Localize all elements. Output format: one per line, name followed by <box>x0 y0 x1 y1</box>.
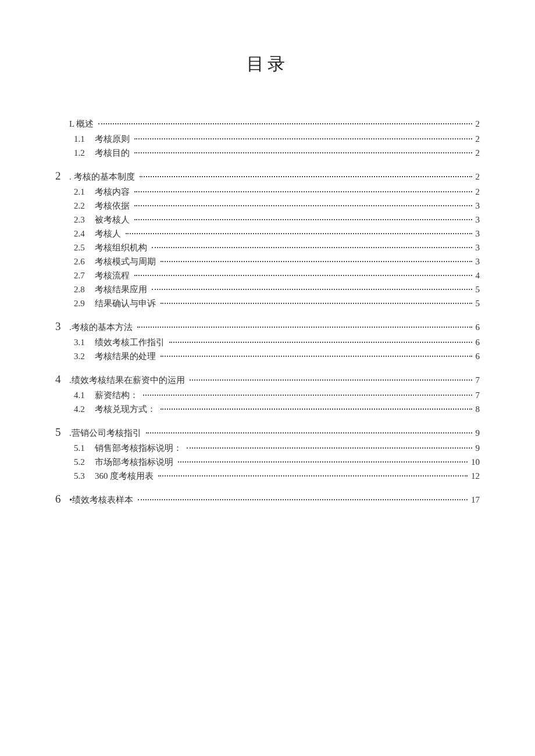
toc-entry-row: 4.1薪资结构：7 <box>74 388 480 402</box>
toc-entry-label: 结果确认与申诉 <box>95 296 156 310</box>
toc-entry-number: 2.2 <box>74 199 95 213</box>
toc-chapter-row: 3.考核的基本方法6 <box>55 320 480 334</box>
toc-chapter-row: 4.绩效考核结果在薪资中的运用7 <box>55 372 480 387</box>
toc-page-number: 7 <box>475 373 480 387</box>
toc-entry-number: 2.7 <box>74 268 95 282</box>
toc-entry-number: 2.1 <box>74 185 95 199</box>
toc-entry-number: 5.1 <box>74 441 95 455</box>
toc-entry-label: 考核流程 <box>95 268 130 282</box>
toc-leader <box>134 275 472 276</box>
toc-entry-row: 1.1考核原则2 <box>74 132 480 146</box>
toc-entry-row: 1.2考核目的2 <box>74 146 480 160</box>
toc-leader <box>137 327 472 328</box>
toc-leader <box>152 247 472 248</box>
toc-entry-number: 5.2 <box>74 455 95 469</box>
toc-chapter-label: . 考核的基本制度 <box>69 170 135 184</box>
toc-entry-label: 市场部考核指标说明 <box>95 455 173 469</box>
toc-entry-label: 考核人 <box>95 227 121 241</box>
toc-leader <box>187 447 472 449</box>
toc-leader <box>134 219 472 220</box>
toc-page-number: 6 <box>475 349 480 363</box>
toc-entry-number: 2.5 <box>74 241 95 255</box>
toc-entry-row: 2.4考核人3 <box>74 227 480 241</box>
toc-leader <box>158 475 468 476</box>
toc-entry-number: 2.8 <box>74 282 95 296</box>
toc-page-number: 9 <box>475 426 480 440</box>
toc-page-number: 3 <box>475 213 480 227</box>
toc-entry-row: 5.1销售部考核指标说明：9 <box>74 441 480 455</box>
toc-chapter-row: 5.营销公司考核指引9 <box>55 425 480 440</box>
toc-page: 目录 L 概述21.1考核原则21.2考核目的22. 考核的基本制度22.1考核… <box>0 0 535 756</box>
toc-leader <box>190 379 472 381</box>
toc-entry-number: 2.9 <box>74 296 95 310</box>
page-title: 目录 <box>55 52 480 76</box>
toc-entry-number: 4.2 <box>74 402 95 416</box>
toc-page-number: 2 <box>475 132 480 146</box>
toc-entry-label: 考核兑现方式： <box>95 402 156 416</box>
toc-leader <box>160 303 472 304</box>
toc-leader <box>134 205 472 206</box>
toc-page-number: 8 <box>475 402 480 416</box>
toc-page-number: 12 <box>470 469 480 483</box>
toc-entry-row: 4.2考核兑现方式：8 <box>74 402 480 416</box>
toc-page-number: 17 <box>470 493 480 507</box>
toc-entry-label: 被考核人 <box>95 213 130 227</box>
toc-page-number: 4 <box>475 268 480 282</box>
toc-entry-label: 考核结果应用 <box>95 282 147 296</box>
toc-entry-label: 360 度考核用表 <box>95 469 154 483</box>
toc-leader <box>146 432 472 433</box>
toc-entry-row: 2.2考核依据3 <box>74 199 480 213</box>
toc-page-number: 5 <box>475 296 480 310</box>
toc-entry-row: 2.3被考核人3 <box>74 213 480 227</box>
toc-leader <box>134 138 472 139</box>
toc-leader <box>160 409 472 410</box>
toc-entry-label: 考核原则 <box>95 132 130 146</box>
toc-entry-number: 5.3 <box>74 469 95 483</box>
toc-leader <box>138 499 468 500</box>
toc-entry-label: 考核模式与周期 <box>95 255 156 268</box>
toc-entry-number: 4.1 <box>74 388 95 402</box>
toc-page-number: 10 <box>470 455 480 469</box>
toc-entry-row: 2.1考核内容2 <box>74 185 480 199</box>
toc-chapter-number: 5 <box>55 425 69 439</box>
toc-entry-row: 3.1绩效考核工作指引6 <box>74 335 480 349</box>
toc-page-number: 3 <box>475 241 480 255</box>
toc-page-number: 5 <box>475 282 480 296</box>
toc-page-number: 6 <box>475 335 480 349</box>
toc-entry-label: 销售部考核指标说明： <box>95 441 182 455</box>
toc-entry-number: 2.6 <box>74 255 95 268</box>
toc-leader <box>140 176 472 177</box>
toc-chapter-number: 6 <box>55 492 69 506</box>
toc-page-number: 2 <box>475 117 480 131</box>
toc-entry-label: 考核目的 <box>95 146 130 160</box>
toc-entry-row: 2.8考核结果应用5 <box>74 282 480 296</box>
toc-page-number: 2 <box>475 170 480 184</box>
toc-page-number: 2 <box>475 185 480 199</box>
toc-chapter-label: L 概述 <box>69 117 94 131</box>
toc-chapter-label: .绩效考核结果在薪资中的运用 <box>69 373 185 387</box>
toc-entry-row: 2.9结果确认与申诉5 <box>74 296 480 310</box>
toc-entry-row: 2.6考核模式与周期3 <box>74 255 480 268</box>
toc-entry-number: 1.2 <box>74 146 95 160</box>
toc-chapter-label: .营销公司考核指引 <box>69 426 141 440</box>
toc-chapter-number: 2 <box>55 169 69 183</box>
toc-entry-label: 考核内容 <box>95 185 130 199</box>
toc-entry-number: 3.1 <box>74 335 95 349</box>
toc-leader <box>126 233 472 234</box>
toc-entry-row: 5.3360 度考核用表12 <box>74 469 480 483</box>
toc-entry-number: 3.2 <box>74 349 95 363</box>
toc-chapter-row: 6•绩效考核表样本17 <box>55 492 480 507</box>
toc-entry-row: 2.7考核流程4 <box>74 268 480 282</box>
toc-leader <box>152 289 472 290</box>
toc-entry-number: 2.3 <box>74 213 95 227</box>
toc-leader <box>160 261 472 262</box>
toc-entry-label: 考核结果的处理 <box>95 349 156 363</box>
toc-leader <box>169 342 472 343</box>
toc-chapter-row: 2. 考核的基本制度2 <box>55 169 480 184</box>
toc-page-number: 9 <box>475 441 480 455</box>
toc-entry-number: 2.4 <box>74 227 95 241</box>
toc-leader <box>134 152 472 153</box>
toc-entry-row: 3.2考核结果的处理6 <box>74 349 480 363</box>
toc-chapter-label: •绩效考核表样本 <box>69 493 133 507</box>
toc-entry-label: 薪资结构： <box>95 388 138 402</box>
